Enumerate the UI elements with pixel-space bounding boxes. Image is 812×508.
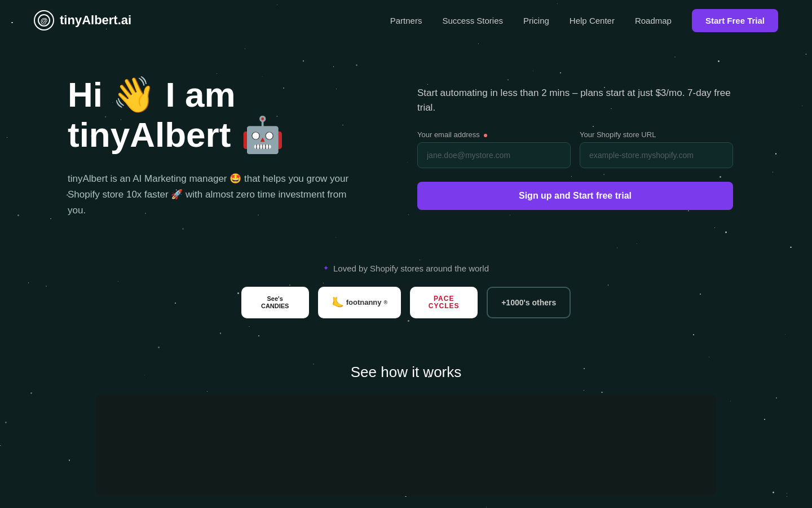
navbar: @ tinyAlbert.ai Partners Success Stories…	[0, 0, 812, 41]
email-form-group: Your email address	[417, 130, 571, 168]
signup-form-row: Your email address Your Shopify store UR…	[417, 130, 733, 168]
nav-links: Partners Success Stories Pricing Help Ce…	[390, 9, 778, 32]
nav-success-stories[interactable]: Success Stories	[442, 16, 503, 25]
required-dot	[484, 134, 487, 137]
hero-description: tinyAlbert is an AI Marketing manager 🤩 …	[68, 171, 361, 218]
nav-help-center[interactable]: Help Center	[570, 16, 615, 25]
nav-roadmap[interactable]: Roadmap	[635, 16, 672, 25]
start-free-trial-button[interactable]: Start Free Trial	[692, 9, 778, 32]
logo[interactable]: @ tinyAlbert.ai	[34, 10, 131, 30]
hero-right: Start automating in less than 2 mins – p…	[417, 75, 733, 210]
email-label: Your email address	[417, 130, 571, 139]
hero-headline: Hi 👋 I am tinyAlbert 🤖	[68, 75, 383, 155]
shopify-url-input[interactable]	[580, 142, 733, 168]
hero-section: Hi 👋 I am tinyAlbert 🤖 tinyAlbert is an …	[0, 41, 812, 241]
hero-subtitle: Start automating in less than 2 mins – p…	[417, 86, 733, 115]
nav-partners[interactable]: Partners	[390, 16, 422, 25]
brand-logos: See'sCANDIES 🦶 footnanny ® PACECYCLES +1…	[34, 287, 778, 318]
pace-cycles-logo: PACECYCLES	[410, 287, 478, 318]
shopify-form-group: Your Shopify store URL	[580, 130, 733, 168]
see-how-title: See how it works	[34, 364, 778, 381]
svg-text:@: @	[41, 16, 48, 25]
sees-candies-logo: See'sCANDIES	[241, 287, 309, 318]
logo-text: tinyAlbert.ai	[60, 13, 131, 28]
loved-by-section: Loved by Shopify stores around the world…	[0, 241, 812, 330]
hero-left: Hi 👋 I am tinyAlbert 🤖 tinyAlbert is an …	[68, 75, 383, 218]
email-input[interactable]	[417, 142, 571, 168]
video-placeholder	[96, 395, 716, 496]
others-button[interactable]: +1000's others	[487, 287, 571, 318]
see-how-section: See how it works	[0, 330, 812, 507]
shopify-label: Your Shopify store URL	[580, 130, 733, 139]
logo-icon: @	[34, 10, 54, 30]
signup-button[interactable]: Sign up and Start free trial	[417, 182, 733, 210]
nav-pricing[interactable]: Pricing	[523, 16, 549, 25]
loved-by-text: Loved by Shopify stores around the world	[34, 264, 778, 273]
footnanny-logo: 🦶 footnanny ®	[318, 287, 401, 318]
